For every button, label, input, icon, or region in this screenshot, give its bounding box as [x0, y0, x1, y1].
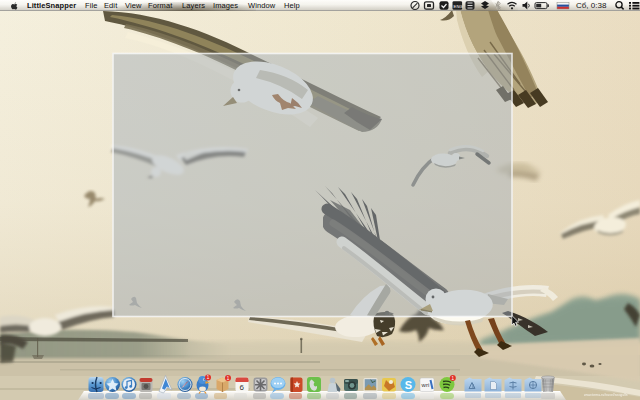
svg-text:6: 6: [239, 383, 244, 392]
svg-text:wri: wri: [421, 382, 430, 388]
svg-text:www.tema.ru/travel/seagulls: www.tema.ru/travel/seagulls: [584, 393, 628, 397]
svg-text:ENG: ENG: [454, 4, 463, 9]
svg-text:S: S: [405, 379, 412, 391]
